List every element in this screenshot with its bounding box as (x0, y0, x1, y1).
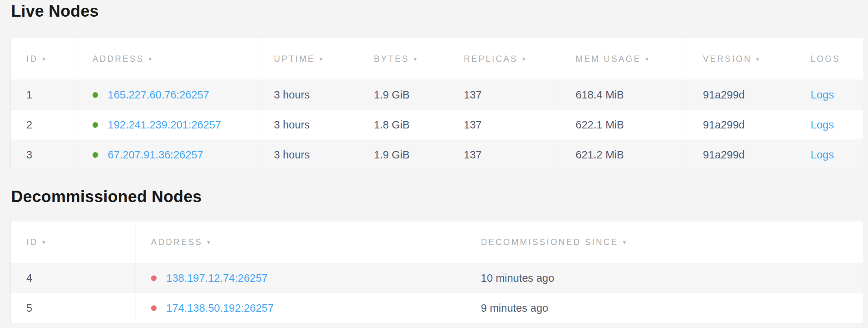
node-id-cell: 2 (11, 110, 77, 140)
node-uptime-cell: 3 hours (258, 110, 358, 140)
column-label: VERSION (703, 54, 752, 64)
sort-desc-icon: ▾ (623, 238, 626, 246)
node-address-cell: 138.197.12.74:26257 (135, 263, 465, 293)
live-status-dot-icon (93, 92, 98, 98)
table-row-node-1: 1 165.227.60.76:26257 3 hours 1.9 GiB 13… (11, 80, 863, 110)
live-nodes-body: 1 165.227.60.76:26257 3 hours 1.9 GiB 13… (11, 80, 863, 170)
decommissioned-nodes-body: 4 138.197.12.74:26257 10 minutes ago 5 1… (11, 263, 863, 323)
node-id-cell: 3 (11, 140, 77, 170)
node-id-cell: 1 (11, 80, 77, 110)
column-label: DECOMMISSIONED SINCE (481, 237, 618, 247)
live-nodes-table: ID ▾ ADDRESS ▾ UPTIME ▾ BYTES ▾ REPLICAS… (10, 38, 863, 170)
node-address-link[interactable]: 165.227.60.76:26257 (108, 89, 209, 101)
node-mem-usage-cell: 621.2 MiB (560, 140, 687, 170)
live-nodes-title: Live Nodes (11, 3, 868, 19)
node-address-cell: 67.207.91.36:26257 (77, 140, 258, 170)
node-replicas-cell: 137 (448, 140, 560, 170)
decom-col-header-id[interactable]: ID ▾ (11, 221, 135, 263)
decommissioned-nodes-header-row: ID ▾ ADDRESS ▾ DECOMMISSIONED SINCE ▾ (11, 221, 863, 263)
decommissioned-since-cell: 10 minutes ago (465, 263, 863, 293)
node-version-cell: 91a299d (687, 110, 795, 140)
node-address-link[interactable]: 174.138.50.192:26257 (166, 302, 274, 314)
node-id-cell: 5 (11, 293, 135, 323)
decom-col-header-decommissioned-since[interactable]: DECOMMISSIONED SINCE ▾ (465, 221, 863, 263)
node-logs-cell: Logs (795, 80, 863, 110)
live-col-header-uptime[interactable]: UPTIME ▾ (258, 38, 358, 80)
node-replicas-cell: 137 (448, 110, 560, 140)
column-label: LOGS (811, 54, 840, 64)
sort-desc-icon: ▾ (42, 238, 46, 246)
sort-desc-icon: ▾ (42, 55, 46, 63)
column-label: REPLICAS (464, 54, 518, 64)
sort-desc-icon: ▾ (148, 55, 152, 63)
node-address-link[interactable]: 67.207.91.36:26257 (108, 149, 203, 161)
node-uptime-cell: 3 hours (258, 80, 358, 110)
node-address-link[interactable]: 138.197.12.74:26257 (166, 272, 268, 284)
logs-link[interactable]: Logs (811, 119, 834, 131)
node-version-cell: 91a299d (687, 80, 795, 110)
node-bytes-cell: 1.9 GiB (358, 140, 448, 170)
logs-link[interactable]: Logs (811, 149, 834, 161)
live-col-header-version[interactable]: VERSION ▾ (687, 38, 795, 80)
node-logs-cell: Logs (795, 110, 863, 140)
column-label: BYTES (374, 54, 409, 64)
live-col-header-replicas[interactable]: REPLICAS ▾ (448, 38, 560, 80)
decommissioned-nodes-title: Decommissioned Nodes (11, 188, 868, 205)
live-col-header-logs: LOGS (795, 38, 863, 80)
node-logs-cell: Logs (795, 140, 863, 170)
node-mem-usage-cell: 618.4 MiB (560, 80, 687, 110)
live-status-dot-icon (93, 152, 98, 158)
live-col-header-mem-usage[interactable]: MEM USAGE ▾ (560, 38, 687, 80)
node-bytes-cell: 1.8 GiB (358, 110, 448, 140)
column-label: UPTIME (274, 54, 315, 64)
sort-desc-icon: ▾ (522, 55, 526, 63)
table-row-node-2: 2 192.241.239.201:26257 3 hours 1.8 GiB … (11, 110, 863, 140)
sort-desc-icon: ▾ (319, 55, 323, 63)
live-col-header-address[interactable]: ADDRESS ▾ (77, 38, 258, 80)
column-label: ADDRESS (93, 54, 144, 64)
column-label: ADDRESS (151, 237, 202, 247)
sort-desc-icon: ▾ (756, 55, 760, 63)
decommissioned-status-dot-icon (151, 305, 157, 311)
node-bytes-cell: 1.9 GiB (358, 80, 448, 110)
decommissioned-status-dot-icon (151, 275, 157, 281)
live-col-header-bytes[interactable]: BYTES ▾ (358, 38, 448, 80)
node-mem-usage-cell: 622.1 MiB (560, 110, 687, 140)
sort-desc-icon: ▾ (646, 55, 649, 63)
column-label: ID (26, 54, 38, 64)
table-row-node-5: 5 174.138.50.192:26257 9 minutes ago (11, 293, 863, 323)
nodes-overview-page: Live Nodes ID ▾ ADDRESS ▾ UPTIME ▾ BYTES… (0, 0, 868, 323)
table-row-node-3: 3 67.207.91.36:26257 3 hours 1.9 GiB 137… (11, 140, 863, 170)
node-address-cell: 165.227.60.76:26257 (77, 80, 258, 110)
column-label: ID (26, 237, 38, 247)
column-label: MEM USAGE (576, 54, 641, 64)
logs-link[interactable]: Logs (811, 89, 834, 101)
decommissioned-since-cell: 9 minutes ago (465, 293, 863, 323)
node-address-cell: 174.138.50.192:26257 (135, 293, 465, 323)
decom-col-header-address[interactable]: ADDRESS ▾ (135, 221, 465, 263)
node-id-cell: 4 (11, 263, 135, 293)
live-nodes-header-row: ID ▾ ADDRESS ▾ UPTIME ▾ BYTES ▾ REPLICAS… (11, 38, 863, 80)
node-uptime-cell: 3 hours (258, 140, 358, 170)
node-replicas-cell: 137 (448, 80, 560, 110)
node-address-cell: 192.241.239.201:26257 (77, 110, 258, 140)
live-status-dot-icon (93, 122, 98, 128)
live-col-header-id[interactable]: ID ▾ (11, 38, 77, 80)
table-row-node-4: 4 138.197.12.74:26257 10 minutes ago (11, 263, 863, 293)
node-version-cell: 91a299d (687, 140, 795, 170)
decommissioned-nodes-table: ID ▾ ADDRESS ▾ DECOMMISSIONED SINCE ▾ 4 … (10, 221, 863, 323)
sort-desc-icon: ▾ (207, 238, 210, 246)
node-address-link[interactable]: 192.241.239.201:26257 (108, 119, 221, 131)
sort-desc-icon: ▾ (413, 55, 417, 63)
